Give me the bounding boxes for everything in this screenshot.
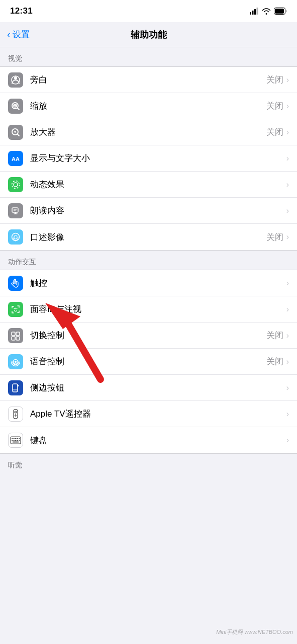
list-item-spoken[interactable]: 朗读内容 › [0,198,297,224]
svg-text:AA: AA [12,156,20,162]
display-chevron: › [286,154,289,163]
svg-rect-51 [17,440,19,441]
battery-icon [274,8,287,15]
section-header-interaction: 动作交互 [0,251,297,270]
back-button[interactable]: ‹ 设置 [7,29,30,40]
interaction-list: 触控 › 面容ID与注视 › 切换控制 关闭 › [0,270,297,454]
magnifier-label: 放大器 [30,126,266,138]
zoom-icon [8,99,23,114]
watermark: Mini手机网 www.NETBOO.com [216,628,293,636]
svg-rect-43 [12,438,13,439]
paiby-value: 关闭 [266,74,283,86]
svg-rect-53 [13,442,19,443]
list-item-voiceover[interactable]: 口述影像 关闭 › [0,224,297,250]
svg-point-6 [14,76,17,79]
voice-label: 语音控制 [30,356,266,367]
display-label: 显示与文字大小 [30,152,286,164]
list-item-zoom[interactable]: 缩放 关闭 › [0,93,297,119]
list-item-touch[interactable]: 触控 › [0,270,297,296]
keyboard-label: 键盘 [30,435,286,446]
side-icon [8,380,23,395]
touch-chevron: › [286,279,289,288]
section-header-hearing: 听觉 [0,454,297,473]
motion-label: 动态效果 [30,179,286,190]
status-bar: 12:31 [0,0,297,22]
svg-point-33 [15,361,17,363]
svg-rect-3 [257,8,258,15]
list-item-appletv[interactable]: Apple TV遥控器 › [0,401,297,427]
motion-chevron: › [286,180,289,189]
list-item-switch[interactable]: 切换控制 关闭 › [0,323,297,349]
back-chevron-icon: ‹ [7,29,11,40]
paiby-chevron: › [286,75,289,85]
zoom-value: 关闭 [266,100,283,112]
svg-point-21 [12,233,20,241]
paiby-icon [8,72,23,88]
svg-rect-49 [14,440,15,441]
paiby-label: 旁白 [30,74,266,86]
switch-label: 切换控制 [30,330,266,341]
svg-rect-30 [12,337,15,340]
faceid-label: 面容ID与注视 [30,303,286,315]
nav-title: 辅助功能 [131,29,167,41]
svg-rect-44 [14,438,15,439]
spoken-icon [8,203,23,218]
magnifier-icon [8,125,23,140]
status-time: 12:31 [10,6,33,16]
faceid-icon [8,302,23,317]
switch-icon [8,328,23,343]
svg-rect-5 [275,9,284,14]
list-item-motion[interactable]: 动态效果 › [0,172,297,198]
list-item-magnifier[interactable]: 放大器 关闭 › [0,119,297,145]
switch-chevron: › [286,331,289,340]
list-item-voice[interactable]: 语音控制 关闭 › [0,349,297,375]
svg-rect-31 [16,337,20,340]
section-header-vision: 视觉 [0,47,297,66]
back-label: 设置 [13,29,30,40]
voice-icon [8,354,23,369]
list-item-display[interactable]: AA 显示与文字大小 › [0,145,297,172]
svg-rect-34 [13,384,18,392]
svg-rect-29 [16,332,20,336]
appletv-label: Apple TV遥控器 [30,408,286,420]
svg-rect-28 [12,332,15,336]
svg-rect-46 [17,438,19,439]
svg-point-17 [12,181,20,188]
spoken-label: 朗读内容 [30,205,286,216]
zoom-chevron: › [286,102,289,111]
magnifier-chevron: › [286,128,289,137]
signal-icon [250,8,259,15]
list-item-side[interactable]: 侧边按钮 › [0,375,297,401]
svg-point-26 [17,308,18,309]
zoom-label: 缩放 [30,100,266,112]
svg-rect-2 [254,9,256,15]
voice-chevron: › [286,357,289,366]
appletv-chevron: › [286,410,289,419]
svg-rect-50 [15,440,17,441]
status-icons [250,8,287,15]
vision-list: 旁白 关闭 › 缩放 关闭 › 放大器 关闭 [0,66,297,251]
touch-icon [8,276,23,291]
list-item-paiby[interactable]: 旁白 关闭 › [0,67,297,93]
svg-point-16 [14,183,18,187]
svg-rect-1 [252,11,254,15]
keyboard-chevron: › [286,436,289,445]
side-chevron: › [286,383,289,392]
keyboard-icon [8,433,23,448]
wifi-icon [262,8,271,15]
list-item-faceid[interactable]: 面容ID与注视 › [0,296,297,323]
switch-value: 关闭 [266,330,283,341]
appletv-icon [8,407,23,422]
motion-icon [8,177,23,192]
touch-label: 触控 [30,277,286,289]
svg-rect-47 [19,438,20,439]
list-item-keyboard[interactable]: 键盘 › [0,427,297,453]
voice-value: 关闭 [266,356,283,367]
svg-rect-45 [15,438,17,439]
spoken-chevron: › [286,206,289,215]
voiceover-value: 关闭 [266,231,283,243]
svg-rect-52 [19,440,20,441]
display-icon: AA [8,151,23,166]
voiceover-icon [8,229,23,245]
svg-rect-0 [250,12,251,15]
